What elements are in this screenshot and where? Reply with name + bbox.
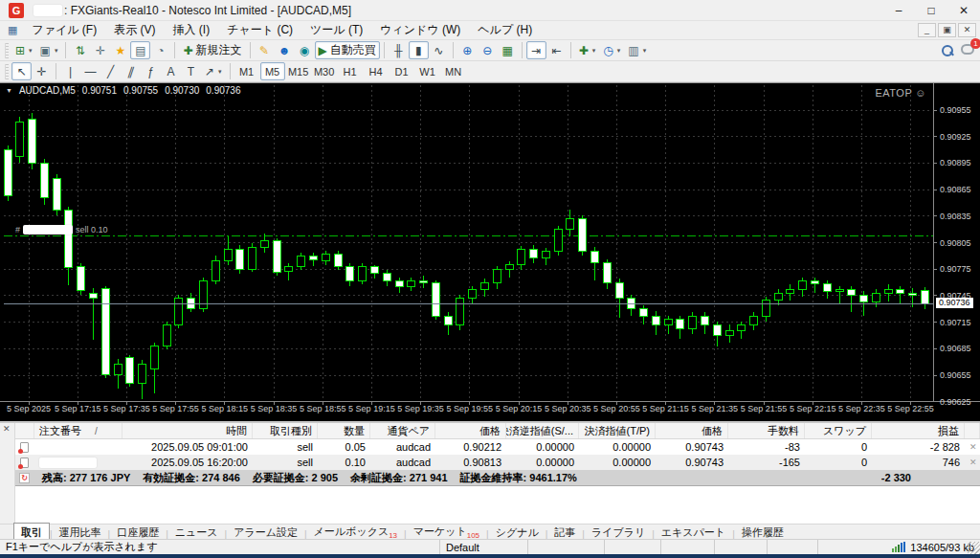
trendline-icon: ╱ [107,65,114,78]
fibonacci-tool[interactable]: ƒ [141,62,161,80]
dropdown-arrow-icon[interactable]: ▾ [218,68,222,76]
text-tool[interactable]: A [161,62,181,80]
navigator-icon: ★ [116,44,126,57]
terminal-close-icon[interactable]: ✕ [3,424,11,434]
open-order-label: # sell 0.10 [15,225,108,234]
child-restore-button[interactable]: ▣ [938,23,956,37]
channel-tool[interactable]: ∥ [121,62,141,80]
new-chart-icon: ⊞ [15,44,25,57]
menu-item-5[interactable]: ウィンドウ (W) [371,20,469,40]
price-axis-label: 0.90655 [940,370,980,380]
close-position-icon[interactable]: ✕ [965,455,980,470]
menu-item-0[interactable]: ファイル (F) [23,20,105,40]
crosshair-tool[interactable]: ✛ [32,62,52,80]
column-header-order[interactable]: 注文番号/ [34,423,122,438]
dropdown-arrow-icon[interactable]: ▾ [29,47,33,55]
line-chart-button[interactable]: ∿ [429,41,449,59]
terminal-panel-icon: ▤ [135,44,145,57]
autotrading-button[interactable]: ▶自動売買 [315,41,380,59]
cell-swap: 0 [805,455,872,470]
taskbar-edge [0,554,980,558]
chart-shift-button[interactable]: ⇤ [546,41,567,59]
strategy-tester-icon: ◔ [157,44,164,57]
balance-row: ↻ 残高: 277 176 JPY有効証拠金: 274 846必要証拠金: 2 … [15,470,980,486]
candlestick-chart [0,83,980,422]
chart-area[interactable]: ▼ AUDCAD,M5 0.90751 0.90755 0.90730 0.90… [0,82,980,421]
zoom-in-button[interactable]: ⊕ [457,41,478,59]
new-order-button[interactable]: ✚新規注文 [179,41,245,59]
resize-grip[interactable] [968,542,980,554]
news-button[interactable]: ◉ [295,41,315,59]
timeframe-w1[interactable]: W1 [415,62,440,80]
timeframe-d1[interactable]: D1 [390,62,414,80]
column-header-symbol: 通貨ペア [370,423,435,438]
orders-table-header: 注文番号/時間取引種別数量通貨ペア価格決済逆指値(S/...決済指値(T/P)価… [15,423,980,439]
cursor-icon: ↖ [16,65,26,78]
templates-icon: ▥ [628,44,638,57]
dropdown-arrow-icon[interactable]: ▾ [592,47,596,55]
balance-icon: ↻ [19,473,30,483]
zoom-out-button[interactable]: ⊖ [478,41,498,59]
dropdown-arrow-icon[interactable]: ▾ [617,47,621,55]
menu-item-2[interactable]: 挿入 (I) [165,20,219,40]
cell-type: sell [253,439,318,455]
child-minimize-button[interactable]: _ [918,23,936,37]
metaeditor-button[interactable]: ✎ [255,41,275,59]
tile-windows-icon: ▦ [502,44,513,57]
maximize-button[interactable]: □ [915,0,947,20]
bar-chart-button[interactable]: ╫ [389,41,409,59]
menu-item-4[interactable]: ツール (T) [301,20,371,40]
market-watch-button[interactable]: ⇅ [70,41,90,59]
auto-scroll-button[interactable]: ⇥ [526,41,546,59]
trendline-tool[interactable]: ╱ [100,62,121,80]
horizontal-line-tool[interactable]: — [80,62,100,80]
menu-item-6[interactable]: ヘルプ (H) [469,20,541,40]
cell-sl: 0.00000 [506,439,579,455]
cursor-tool[interactable]: ↖ [11,62,32,80]
column-header-sl: 決済逆指値(S/... [506,423,579,438]
cell-icon [15,455,34,470]
candlestick-chart-button[interactable]: ▮ [409,41,429,59]
close-button[interactable]: ✕ [947,0,980,20]
order-document-icon [20,458,29,468]
arrows-tool[interactable]: ↗▾ [201,62,226,80]
timeframe-h4[interactable]: H4 [364,62,389,80]
timeframe-m15[interactable]: M15 [286,62,311,80]
new-chart-button[interactable]: ⊞▾ [11,41,36,59]
child-close-button[interactable]: ✕ [958,23,976,37]
terminal-panel: ✕ ターミナル 注文番号/時間取引種別数量通貨ペア価格決済逆指値(S/...決済… [0,421,980,558]
text-label-tool[interactable]: T [181,62,201,80]
close-position-icon[interactable]: ✕ [965,439,980,455]
timeframe-h1[interactable]: H1 [338,62,363,80]
timeframe-m30[interactable]: M30 [312,62,337,80]
dropdown-arrow-icon[interactable]: ▾ [55,47,58,55]
timeframe-m5[interactable]: M5 [260,62,285,80]
order-row[interactable]: 2025.09.05 16:20:00sell0.10audcad0.90813… [15,455,980,470]
menu-item-3[interactable]: チャート (C) [218,20,301,40]
profiles-button[interactable]: ▣▾ [36,41,62,59]
data-window-button[interactable]: ✛ [90,41,110,59]
templates-button[interactable]: ▥▾ [624,41,650,59]
strategy-tester-button[interactable]: ◔ [150,41,170,59]
search-icon[interactable] [942,45,953,56]
cell-swap: 0 [805,439,872,455]
order-row[interactable]: 2025.09.05 09:01:00sell0.05audcad0.90212… [15,439,980,455]
timeframe-mn[interactable]: MN [441,62,466,80]
timeframe-m1[interactable]: M1 [234,62,259,80]
community-button[interactable]: ☻ [275,41,295,59]
chevron-down-icon: ▼ [6,87,12,94]
tile-windows-button[interactable]: ▦ [498,41,518,59]
vertical-line-tool[interactable]: | [60,62,80,80]
price-axis-label: 0.90925 [940,132,980,142]
menu-item-1[interactable]: 表示 (V) [105,20,164,40]
chat-button[interactable]: 1 [961,44,974,57]
dropdown-arrow-icon[interactable]: ▾ [643,47,647,55]
status-help-text: F1キーでヘルプが表示されます [0,540,439,554]
minimize-button[interactable]: – [882,0,915,20]
navigator-button[interactable]: ★ [110,41,130,59]
terminal-panel-button[interactable]: ▤ [130,41,150,59]
indicators-button[interactable]: ✚▾ [575,41,600,59]
community-icon: ☻ [278,44,291,57]
periods-button[interactable]: ◷▾ [599,41,624,59]
status-profile[interactable]: Default [439,540,527,554]
